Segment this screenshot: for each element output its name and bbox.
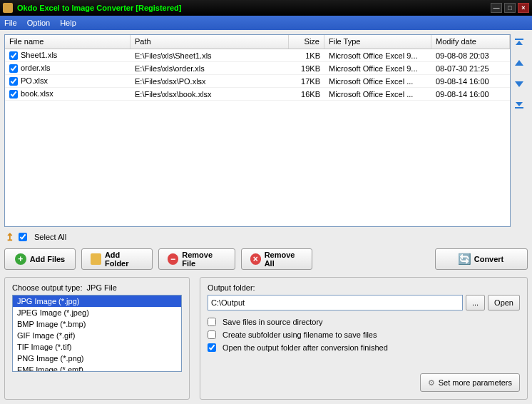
remove-all-button[interactable]: Remove All bbox=[241, 248, 312, 270]
plus-icon bbox=[15, 253, 26, 265]
app-icon bbox=[3, 3, 13, 13]
close-button[interactable]: × bbox=[518, 3, 529, 13]
maximize-button[interactable]: □ bbox=[504, 3, 516, 13]
reorder-buttons bbox=[511, 34, 528, 227]
table-row[interactable]: Sheet1.xlsE:\Files\xls\Sheet1.xls1KBMicr… bbox=[5, 49, 510, 62]
save-source-checkbox[interactable] bbox=[208, 318, 216, 326]
folder-icon bbox=[91, 253, 101, 265]
titlebar: Okdo Excel to Image Converter [Registere… bbox=[0, 0, 532, 16]
svg-rect-0 bbox=[515, 39, 523, 40]
menu-file[interactable]: File bbox=[4, 19, 17, 27]
output-folder-label: Output folder: bbox=[208, 283, 520, 292]
list-item[interactable]: TIF Image (*.tif) bbox=[13, 341, 181, 353]
col-modifydate[interactable]: Modify date bbox=[431, 35, 510, 49]
file-table: File name Path Size File Type Modify dat… bbox=[4, 34, 511, 227]
open-after-checkbox[interactable] bbox=[208, 343, 216, 352]
browse-button[interactable]: ... bbox=[466, 295, 485, 310]
file-checkbox[interactable] bbox=[9, 64, 18, 73]
save-source-label: Save files in source directory bbox=[222, 318, 323, 326]
col-filetype[interactable]: File Type bbox=[324, 35, 431, 49]
output-type-panel: Choose output type: JPG File JPG Image (… bbox=[4, 277, 190, 400]
minimize-button[interactable]: — bbox=[491, 3, 502, 13]
gear-icon: ⚙ bbox=[428, 378, 435, 388]
col-size[interactable]: Size bbox=[289, 35, 324, 49]
menu-help[interactable]: Help bbox=[60, 19, 76, 27]
minus-icon bbox=[168, 253, 178, 265]
list-item[interactable]: BMP Image (*.bmp) bbox=[13, 318, 181, 330]
open-after-label: Open the output folder after conversion … bbox=[222, 343, 388, 352]
file-checkbox[interactable] bbox=[9, 90, 18, 99]
remove-file-button[interactable]: Remove File bbox=[158, 248, 235, 270]
file-checkbox[interactable] bbox=[9, 51, 18, 60]
output-folder-input[interactable] bbox=[208, 295, 463, 310]
svg-marker-3 bbox=[515, 81, 523, 87]
up-folder-icon[interactable]: ↥ bbox=[6, 231, 14, 243]
svg-marker-2 bbox=[515, 60, 523, 66]
list-item[interactable]: JPEG Image (*.jpeg) bbox=[13, 307, 181, 318]
table-row[interactable]: book.xlsxE:\Files\xlsx\book.xlsx16KBMicr… bbox=[5, 88, 510, 101]
list-item[interactable]: JPG Image (*.jpg) bbox=[13, 296, 181, 307]
table-row[interactable]: PO.xlsxE:\Files\xlsx\PO.xlsx17KBMicrosof… bbox=[5, 75, 510, 88]
select-all-checkbox[interactable] bbox=[19, 233, 27, 241]
svg-rect-5 bbox=[515, 107, 523, 108]
move-bottom-icon[interactable] bbox=[513, 97, 526, 110]
output-type-label: Choose output type: JPG File bbox=[12, 283, 182, 292]
remove-all-icon bbox=[250, 253, 261, 265]
convert-button[interactable]: 🔄Convert bbox=[435, 248, 528, 270]
add-folder-button[interactable]: Add Folder bbox=[81, 248, 153, 270]
col-filename[interactable]: File name bbox=[5, 35, 131, 49]
create-subfolder-checkbox[interactable] bbox=[208, 330, 216, 339]
output-folder-panel: Output folder: ... Open Save files in so… bbox=[200, 277, 528, 400]
set-more-parameters-button[interactable]: ⚙Set more parameters bbox=[420, 373, 520, 392]
open-folder-button[interactable]: Open bbox=[488, 295, 520, 310]
col-path[interactable]: Path bbox=[131, 35, 289, 49]
convert-icon: 🔄 bbox=[459, 253, 471, 265]
window-title: Okdo Excel to Image Converter [Registere… bbox=[17, 4, 181, 12]
menubar: File Option Help bbox=[0, 16, 532, 30]
svg-marker-4 bbox=[516, 102, 523, 106]
list-item[interactable]: EMF Image (*.emf) bbox=[13, 364, 181, 372]
move-up-icon[interactable] bbox=[513, 57, 526, 70]
table-row[interactable]: order.xlsE:\Files\xls\order.xls19KBMicro… bbox=[5, 62, 510, 75]
list-item[interactable]: GIF Image (*.gif) bbox=[13, 330, 181, 341]
table-header: File name Path Size File Type Modify dat… bbox=[5, 35, 510, 49]
move-down-icon[interactable] bbox=[513, 77, 526, 90]
select-all-label: Select All bbox=[34, 233, 66, 241]
list-item[interactable]: PNG Image (*.png) bbox=[13, 353, 181, 364]
output-type-listbox[interactable]: JPG Image (*.jpg)JPEG Image (*.jpeg)BMP … bbox=[12, 295, 182, 372]
create-subfolder-label: Create subfolder using filename to save … bbox=[222, 330, 377, 339]
add-files-button[interactable]: Add Files bbox=[4, 248, 76, 270]
file-checkbox[interactable] bbox=[9, 77, 18, 86]
menu-option[interactable]: Option bbox=[27, 19, 50, 27]
svg-marker-1 bbox=[516, 41, 523, 45]
move-top-icon[interactable] bbox=[513, 37, 526, 50]
